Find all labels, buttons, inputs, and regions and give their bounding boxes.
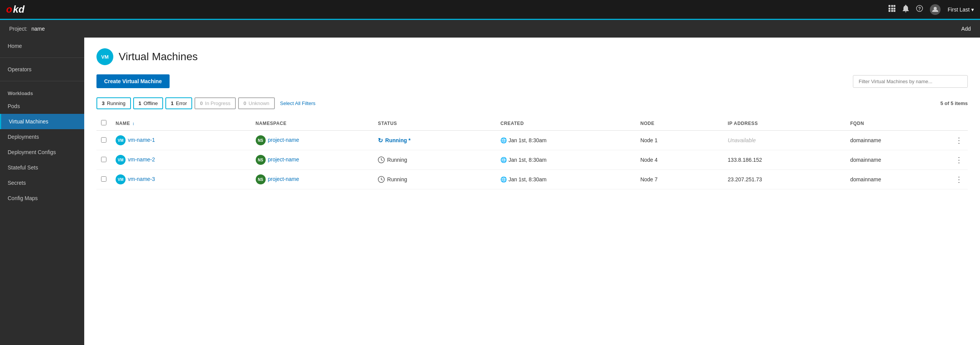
row-checkbox-cell: [96, 131, 111, 150]
row-fqdn-cell: domainname: [846, 170, 951, 189]
sidebar-item-secrets[interactable]: Secrets: [0, 175, 84, 191]
table-row: VMvm-name-2NSproject-name Running🌐Jan 1s…: [96, 150, 968, 170]
logo[interactable]: okd: [6, 3, 24, 15]
project-info: Project: name: [9, 25, 45, 32]
filter-in-progress[interactable]: 0 In Progress: [194, 97, 236, 109]
node-value: Node 1: [640, 137, 658, 143]
col-header-fqdn: FQDN: [846, 116, 951, 131]
svg-rect-8: [893, 10, 895, 12]
row-name-cell: VMvm-name-3: [111, 170, 251, 189]
in-progress-count: 0: [200, 100, 203, 106]
row-checkbox[interactable]: [101, 176, 106, 182]
vm-table: NAME ↕ NAMESPACE STATUS CREATED NODE IP …: [96, 116, 968, 189]
row-node-cell: Node 1: [636, 131, 723, 150]
row-created-cell: 🌐Jan 1st, 8:30am: [496, 150, 636, 170]
logo-kd: kd: [13, 3, 24, 15]
filter-offline[interactable]: 1 Offline: [133, 97, 163, 109]
offline-count: 1: [139, 100, 141, 106]
fqdn-value: domainname: [850, 176, 881, 182]
user-menu[interactable]: First Last ▾: [947, 7, 974, 13]
row-more-button[interactable]: ⋮: [955, 175, 963, 184]
sidebar-divider-1: [0, 58, 84, 58]
namespace-link[interactable]: project-name: [268, 176, 299, 182]
help-icon[interactable]: ?: [916, 5, 923, 14]
sidebar-item-operators[interactable]: Operators: [0, 61, 84, 78]
svg-rect-7: [891, 10, 893, 12]
sidebar-item-stateful-sets[interactable]: Stateful Sets: [0, 160, 84, 175]
status-running: Running: [378, 176, 491, 183]
main-content: VM Virtual Machines Create Virtual Machi…: [84, 38, 980, 345]
filter-pills-row: 3 Running 1 Offline 1 Error 0 In Progres…: [96, 97, 968, 109]
vm-name-link[interactable]: vm-name-3: [128, 176, 155, 182]
col-header-actions: [951, 116, 968, 131]
row-namespace-cell: NSproject-name: [251, 170, 374, 189]
vm-row-badge: VM: [116, 174, 126, 184]
vm-row-badge: VM: [116, 155, 126, 165]
row-actions-cell: ⋮: [951, 131, 968, 150]
grid-icon[interactable]: [889, 5, 895, 14]
select-all-checkbox[interactable]: [101, 120, 106, 125]
create-virtual-machine-button[interactable]: Create Virtual Machine: [96, 74, 170, 88]
offline-label: Offline: [144, 100, 158, 106]
row-more-button[interactable]: ⋮: [955, 136, 963, 145]
page-header: VM Virtual Machines: [96, 48, 968, 65]
nav-right: ? First Last ▾: [889, 4, 974, 15]
sort-icon[interactable]: ↕: [132, 121, 135, 126]
filter-running[interactable]: 3 Running: [96, 97, 131, 109]
col-header-node: NODE: [636, 116, 723, 131]
sidebar-item-virtual-machines[interactable]: Virtual Machines: [0, 114, 84, 129]
unknown-label: Unknown: [248, 100, 269, 106]
error-label: Error: [176, 100, 187, 106]
filter-error[interactable]: 1 Error: [165, 97, 192, 109]
node-value: Node 4: [640, 157, 658, 163]
items-count: 5 of 5 items: [940, 100, 968, 106]
ns-badge: NS: [256, 174, 266, 184]
sidebar-workloads-label: Workloads: [0, 84, 84, 99]
row-node-cell: Node 7: [636, 170, 723, 189]
status-label: Running: [387, 176, 407, 182]
vm-name-link[interactable]: vm-name-2: [128, 156, 155, 163]
created-date: Jan 1st, 8:30am: [508, 157, 547, 163]
svg-rect-5: [893, 8, 895, 10]
user-label: First Last: [947, 7, 970, 13]
sidebar: Home Operators Workloads Pods Virtual Ma…: [0, 38, 84, 345]
row-actions-cell: ⋮: [951, 150, 968, 170]
filter-input[interactable]: [853, 75, 968, 88]
sidebar-item-home[interactable]: Home: [0, 38, 84, 54]
row-namespace-cell: NSproject-name: [251, 150, 374, 170]
svg-rect-2: [893, 5, 895, 7]
svg-rect-6: [889, 10, 890, 12]
row-checkbox-cell: [96, 170, 111, 189]
row-namespace-cell: NSproject-name: [251, 131, 374, 150]
svg-text:?: ?: [918, 6, 921, 12]
vm-row-badge: VM: [116, 135, 126, 145]
row-more-button[interactable]: ⋮: [955, 155, 963, 164]
add-button[interactable]: Add: [961, 26, 971, 32]
status-label: Running *: [385, 137, 410, 143]
ns-badge: NS: [256, 135, 266, 145]
sidebar-item-config-maps[interactable]: Config Maps: [0, 191, 84, 206]
table-header: NAME ↕ NAMESPACE STATUS CREATED NODE IP …: [96, 116, 968, 131]
select-all-filters-link[interactable]: Select All Filters: [280, 100, 315, 106]
table-row: VMvm-name-3NSproject-name Running🌐Jan 1s…: [96, 170, 968, 189]
page-title: Virtual Machines: [119, 51, 198, 63]
sidebar-item-pods[interactable]: Pods: [0, 99, 84, 114]
row-checkbox-cell: [96, 150, 111, 170]
ns-badge: NS: [256, 155, 266, 165]
node-value: Node 7: [640, 176, 658, 182]
namespace-link[interactable]: project-name: [268, 156, 299, 163]
svg-rect-0: [889, 5, 890, 7]
row-checkbox[interactable]: [101, 137, 106, 143]
sidebar-item-deployments[interactable]: Deployments: [0, 129, 84, 145]
notification-icon[interactable]: [902, 5, 909, 14]
created-date: Jan 1st, 8:30am: [508, 137, 547, 143]
filter-unknown[interactable]: 0 Unknown: [238, 97, 274, 109]
vm-name-link[interactable]: vm-name-1: [128, 137, 155, 143]
globe-icon: 🌐: [500, 157, 507, 163]
col-header-namespace: NAMESPACE: [251, 116, 374, 131]
sidebar-item-deployment-configs[interactable]: Deployment Configs: [0, 145, 84, 160]
row-checkbox[interactable]: [101, 157, 106, 162]
namespace-link[interactable]: project-name: [268, 137, 299, 143]
status-running: Running: [378, 156, 491, 163]
sidebar-divider-2: [0, 81, 84, 81]
